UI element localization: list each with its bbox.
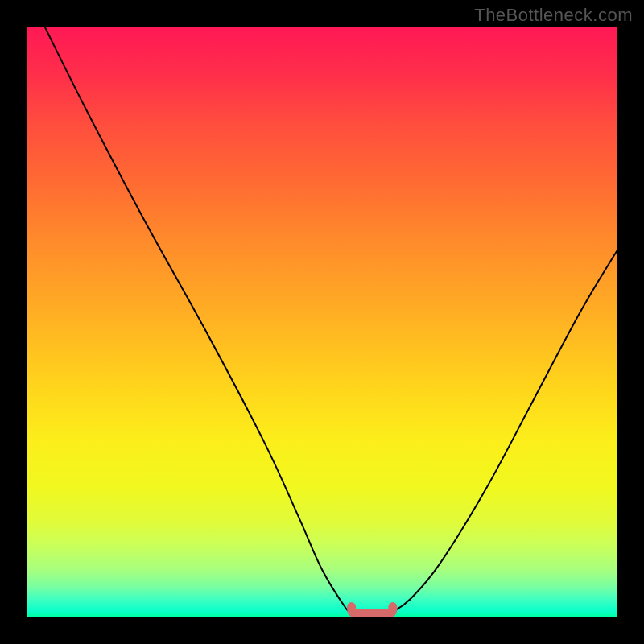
curve-right-branch xyxy=(393,251,617,612)
curve-layer xyxy=(27,27,617,617)
curve-left-branch xyxy=(45,27,352,613)
watermark-text: TheBottleneck.com xyxy=(474,5,633,26)
plot-area xyxy=(27,27,617,617)
bottom-marker xyxy=(352,607,393,613)
chart-frame: TheBottleneck.com xyxy=(0,0,644,644)
